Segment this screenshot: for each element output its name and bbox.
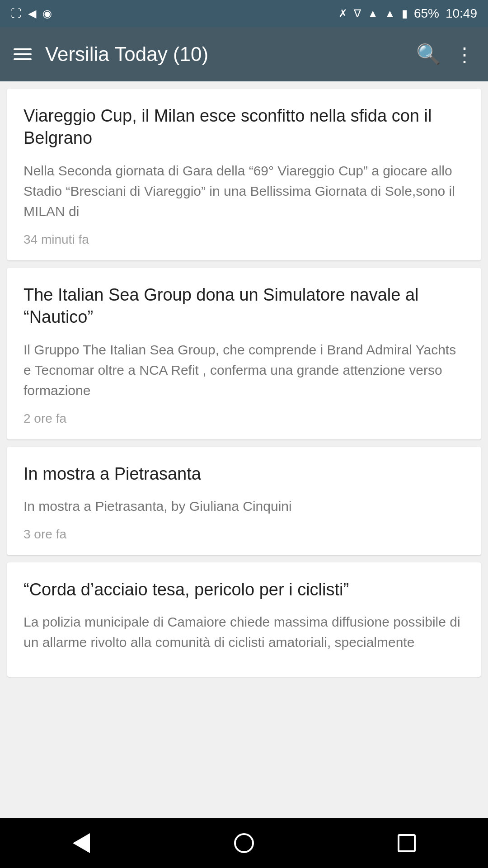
bottom-navigation [0, 818, 488, 868]
news-card-2[interactable]: The Italian Sea Group dona un Simulatore… [7, 268, 481, 439]
image-icon: ⛶ [11, 8, 22, 19]
back-arrow-icon: ◀ [28, 8, 36, 19]
app-title: Versilia Today (10) [45, 43, 403, 66]
more-options-button[interactable]: ⋮ [455, 43, 474, 66]
back-nav-button[interactable] [63, 825, 99, 861]
news-card-4[interactable]: “Corda d’acciaio tesa, pericolo per i ci… [7, 562, 481, 677]
battery-percentage: 65% [414, 6, 439, 21]
news-title-1: Viareggio Cup, il Milan esce sconfitto n… [23, 105, 465, 150]
back-triangle-icon [73, 833, 90, 853]
recents-square-icon [398, 834, 416, 852]
news-excerpt-1: Nella Seconda giornata di Gara della “69… [23, 160, 465, 222]
news-card-3[interactable]: In mostra a Pietrasanta In mostra a Piet… [7, 447, 481, 555]
signal1-icon: ▲ [367, 8, 378, 19]
clock: 10:49 [446, 6, 477, 21]
status-bar-left-icons: ⛶ ◀ ◉ [11, 8, 52, 19]
news-excerpt-3: In mostra a Pietrasanta, by Giuliana Cin… [23, 496, 465, 516]
news-time-1: 34 minuti fa [23, 232, 465, 247]
news-title-3: In mostra a Pietrasanta [23, 463, 465, 485]
status-bar: ⛶ ◀ ◉ ✗ ∇ ▲ ▲ ▮ 65% 10:49 [0, 0, 488, 27]
battery-icon: ▮ [402, 8, 408, 19]
status-bar-right-icons: ✗ ∇ ▲ ▲ ▮ 65% 10:49 [338, 6, 477, 21]
news-time-2: 2 ore fa [23, 411, 465, 426]
menu-button[interactable] [14, 48, 32, 60]
news-title-2: The Italian Sea Group dona un Simulatore… [23, 284, 465, 329]
news-excerpt-2: Il Gruppo The Italian Sea Group, che com… [23, 340, 465, 401]
home-circle-icon [234, 833, 254, 853]
news-title-4: “Corda d’acciaio tesa, pericolo per i ci… [23, 579, 465, 601]
shield-icon: ◉ [42, 8, 52, 19]
app-bar: Versilia Today (10) 🔍 ⋮ [0, 27, 488, 81]
search-button[interactable]: 🔍 [416, 42, 441, 66]
recents-nav-button[interactable] [389, 825, 425, 861]
bluetooth-icon: ✗ [338, 8, 347, 19]
news-list: Viareggio Cup, il Milan esce sconfitto n… [0, 81, 488, 818]
wifi-icon: ∇ [354, 8, 361, 19]
news-time-3: 3 ore fa [23, 527, 465, 542]
news-excerpt-4: La polizia municipale di Camaiore chiede… [23, 612, 465, 652]
app-bar-actions: 🔍 ⋮ [416, 42, 474, 66]
news-card-1[interactable]: Viareggio Cup, il Milan esce sconfitto n… [7, 89, 481, 260]
signal2-icon: ▲ [385, 8, 395, 19]
home-nav-button[interactable] [226, 825, 262, 861]
